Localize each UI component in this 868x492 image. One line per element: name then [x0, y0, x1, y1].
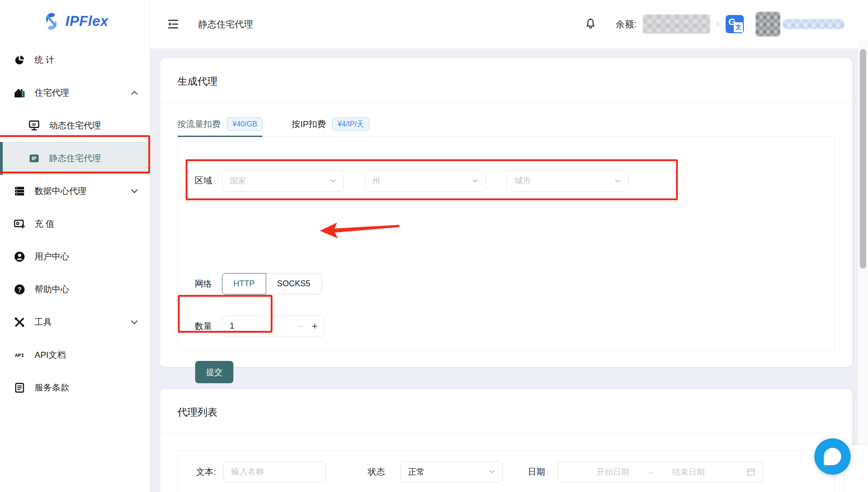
price-badge: ¥40/GB: [227, 117, 262, 131]
sidebar-item-dynamic-residential[interactable]: IP 动态住宅代理: [0, 109, 150, 142]
chat-launcher-button[interactable]: [814, 438, 851, 475]
protocol-socks5-button[interactable]: SOCKS5: [266, 273, 322, 294]
calendar-icon: [747, 467, 756, 477]
sidebar-item-help-center[interactable]: ? 帮助中心: [0, 273, 150, 306]
status-filter-label: 状态: [368, 466, 385, 478]
chevron-down-icon: [615, 179, 621, 183]
sidebar-item-label: 数据中心代理: [35, 185, 86, 197]
sidebar-item-datacenter-proxy[interactable]: 数据中心代理: [0, 175, 150, 208]
tools-icon: [14, 316, 25, 328]
svg-text:API: API: [15, 353, 24, 358]
quantity-minus-button[interactable]: −: [298, 320, 303, 332]
status-select[interactable]: 正常: [400, 461, 503, 482]
quantity-label: 数量: [195, 320, 212, 332]
network-label: 网络: [195, 278, 212, 290]
sidebar-item-label: API文档: [35, 349, 66, 361]
proxy-list-title: 代理列表: [177, 406, 217, 419]
balance-value-redacted: [643, 15, 710, 34]
sidebar: IPFlex 统 计 住宅代理 IP 动态住宅代理 IP: [0, 0, 150, 492]
servers-icon: [14, 185, 25, 197]
date-end-placeholder: 结束日期: [672, 467, 705, 477]
quantity-row: 数量 − +: [195, 315, 324, 337]
sidebar-item-label: 静态住宅代理: [49, 152, 101, 164]
generate-card-title: 生成代理: [177, 75, 217, 88]
quantity-plus-button[interactable]: +: [312, 320, 318, 332]
protocol-http-button[interactable]: HTTP: [222, 273, 266, 294]
divider: [160, 102, 852, 102]
sidebar-item-label: 统 计: [35, 54, 54, 66]
proxy-list-filter-box: 文本: 状态 正常 日期 开始日期 → 结束日期: [177, 451, 835, 492]
svg-text:IP: IP: [32, 122, 36, 127]
sidebar-item-label: 动态住宅代理: [49, 120, 101, 132]
brand-logo-icon: [41, 11, 61, 31]
date-start-placeholder: 开始日期: [596, 467, 629, 477]
ip-monitor-icon: IP: [28, 120, 40, 132]
region-row: 区域 国家 州 城市: [188, 161, 677, 200]
page-title: 静态住宅代理: [198, 18, 253, 30]
terms-icon: [14, 382, 25, 394]
notification-bell-icon[interactable]: [585, 18, 596, 30]
tab-traffic-billing[interactable]: 按流量扣费 ¥40/GB: [177, 112, 262, 136]
proxy-list-card: 代理列表 文本: 状态 正常 日期 开始日期 → 结束日期: [160, 389, 852, 492]
brand-name: IPFlex: [66, 13, 108, 30]
sidebar-item-recharge[interactable]: 充 值: [0, 208, 150, 240]
sidebar-collapse-icon[interactable]: [167, 18, 179, 30]
caret-right-icon: [716, 21, 720, 27]
text-filter-label: 文本:: [196, 466, 216, 478]
chat-bubble-icon: [824, 448, 841, 465]
username-redacted: [783, 19, 844, 29]
quantity-stepper: − +: [222, 315, 324, 337]
sidebar-menu: 统 计 住宅代理 IP 动态住宅代理 IP 静态住宅代理: [0, 44, 150, 404]
chevron-up-icon: [131, 91, 138, 95]
help-icon: ?: [14, 284, 25, 295]
sidebar-item-api-docs[interactable]: API API文档: [0, 339, 150, 371]
sidebar-item-label: 帮助中心: [35, 284, 69, 295]
svg-text:?: ?: [18, 286, 22, 293]
sidebar-item-stats[interactable]: 统 计: [0, 44, 150, 76]
sidebar-item-user-center[interactable]: 用户中心: [0, 240, 150, 273]
region-label: 区域: [195, 175, 215, 187]
sidebar-item-label: 用户中心: [35, 251, 69, 263]
sidebar-item-label: 服务条款: [35, 382, 69, 394]
protocol-segmented-control: HTTP SOCKS5: [222, 273, 322, 294]
ip-badge-icon: IP: [28, 152, 40, 164]
chevron-down-icon: [489, 470, 495, 474]
card-plus-icon: [14, 218, 25, 230]
chevron-down-icon: [131, 189, 138, 193]
sidebar-item-static-residential[interactable]: IP 静态住宅代理: [0, 142, 150, 175]
date-range-picker[interactable]: 开始日期 → 结束日期: [558, 461, 763, 482]
sidebar-item-tools[interactable]: 工具: [0, 306, 150, 339]
tab-ip-billing[interactable]: 按IP扣费 ¥4/IP/天: [292, 112, 369, 136]
pie-chart-icon: [14, 54, 25, 66]
brand-logo[interactable]: IPFlex: [0, 0, 150, 43]
avatar[interactable]: [756, 12, 780, 36]
balance-label: 余额:: [616, 18, 636, 30]
country-select[interactable]: 国家: [222, 170, 344, 192]
chevron-down-icon: [472, 179, 479, 183]
chevron-down-icon: [330, 179, 336, 183]
network-row: 网络 HTTP SOCKS5: [195, 273, 322, 294]
scrollbar-thumb[interactable]: [860, 49, 866, 269]
translate-icon[interactable]: G 文: [726, 15, 744, 33]
date-range-arrow: →: [646, 467, 655, 477]
header-right-cluster: 余额: G 文: [585, 12, 844, 36]
city-select[interactable]: 城市: [507, 170, 629, 192]
sidebar-item-terms[interactable]: 服务条款: [0, 371, 150, 404]
quantity-input[interactable]: [230, 321, 284, 331]
sidebar-item-label: 住宅代理: [35, 87, 69, 99]
generate-form-pane: 区域 国家 州 城市 网络: [177, 137, 835, 350]
chevron-down-icon: [131, 320, 138, 325]
sidebar-item-label: 工具: [35, 316, 52, 328]
generate-proxy-card: 生成代理 按流量扣费 ¥40/GB 按IP扣费 ¥4/IP/天 区域 国家 州: [160, 58, 852, 367]
state-select[interactable]: 州: [364, 170, 486, 192]
home-icon: [14, 87, 25, 99]
name-search-input[interactable]: [223, 461, 326, 482]
api-icon: API: [14, 349, 25, 361]
submit-button[interactable]: 提交: [195, 361, 233, 383]
sidebar-item-residential-proxy[interactable]: 住宅代理: [0, 76, 150, 109]
date-filter-label: 日期: [528, 466, 545, 478]
billing-tabs: 按流量扣费 ¥40/GB 按IP扣费 ¥4/IP/天: [177, 112, 835, 137]
divider: [160, 433, 852, 433]
price-badge: ¥4/IP/天: [332, 117, 369, 131]
sidebar-item-label: 充 值: [35, 218, 54, 230]
